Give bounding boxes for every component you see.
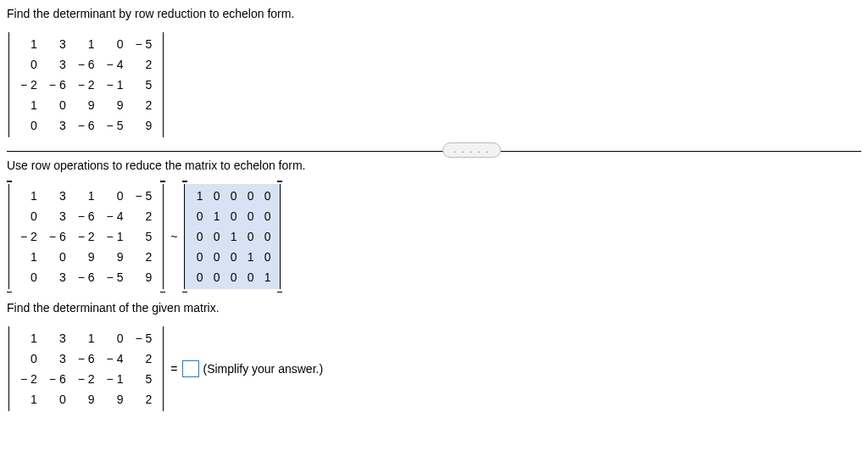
matrix-cell: 5 bbox=[129, 75, 158, 95]
table-row: 10992 bbox=[14, 389, 158, 410]
expand-pill[interactable]: . . . . . bbox=[442, 142, 501, 158]
matrix-cell: 9 bbox=[72, 247, 101, 267]
matrix-cell: 0 bbox=[43, 389, 72, 410]
matrix-cell: 1 bbox=[14, 34, 43, 54]
matrix-cell: 3 bbox=[43, 34, 72, 54]
matrix-cell: 1 bbox=[258, 267, 275, 287]
matrix-cell: 0 bbox=[241, 206, 258, 226]
matrix-cell: 0 bbox=[241, 267, 258, 287]
matrix-cell: − 5 bbox=[129, 186, 158, 206]
matrix-cell: − 4 bbox=[101, 206, 130, 226]
matrix-cell: 0 bbox=[207, 247, 224, 267]
table-row: 10000 bbox=[190, 186, 275, 206]
matrix-cell: − 6 bbox=[72, 54, 101, 75]
matrix-cell: − 2 bbox=[72, 75, 101, 95]
matrix-cell: 0 bbox=[101, 34, 130, 54]
matrix-cell: − 4 bbox=[101, 348, 130, 369]
matrix-cell: 9 bbox=[72, 95, 101, 115]
matrix-cell: 5 bbox=[129, 226, 158, 247]
table-row: − 2− 6− 2− 15 bbox=[14, 226, 158, 247]
matrix-cell: 0 bbox=[207, 186, 224, 206]
matrix-cell: 1 bbox=[241, 247, 258, 267]
matrix-cell: 2 bbox=[129, 206, 158, 226]
matrix-cell: 1 bbox=[224, 226, 241, 247]
matrix-cell: − 6 bbox=[43, 369, 72, 389]
table-row: 1310− 5 bbox=[14, 34, 158, 54]
answer-hint: (Simplify your answer.) bbox=[203, 362, 323, 376]
matrix-cell: 1 bbox=[14, 95, 43, 115]
table-row: − 2− 6− 2− 15 bbox=[14, 75, 158, 95]
equals-sign: = bbox=[165, 362, 182, 376]
table-row: 01000 bbox=[190, 206, 275, 226]
matrix-cell: − 5 bbox=[129, 34, 158, 54]
tilde: ~ bbox=[165, 230, 182, 243]
matrix-cell: 3 bbox=[43, 54, 72, 75]
matrix-cell: 0 bbox=[258, 186, 275, 206]
matrix-cell: 0 bbox=[241, 226, 258, 247]
matrix-cell: − 6 bbox=[72, 115, 101, 136]
matrix-cell: − 2 bbox=[14, 369, 43, 389]
matrix-cell: 0 bbox=[43, 247, 72, 267]
det-matrix-B: 1310− 503− 6− 42− 2− 6− 2− 1510992 bbox=[8, 326, 164, 411]
matrix-cell: 2 bbox=[129, 348, 158, 369]
matrix-cell: 3 bbox=[43, 328, 72, 348]
matrix-cell: 9 bbox=[72, 389, 101, 410]
table-row: 00100 bbox=[190, 226, 275, 247]
matrix-cell: − 2 bbox=[72, 226, 101, 247]
matrix-cell: 1 bbox=[14, 186, 43, 206]
matrix-cell: 0 bbox=[207, 267, 224, 287]
matrix-cell: 1 bbox=[72, 34, 101, 54]
matrix-cell: 0 bbox=[14, 115, 43, 136]
matrix-cell: − 6 bbox=[72, 206, 101, 226]
table-row: 03− 6− 59 bbox=[14, 115, 158, 136]
table-row: 03− 6− 42 bbox=[14, 206, 158, 226]
matrix-cell: 9 bbox=[129, 115, 158, 136]
table-row: 00010 bbox=[190, 247, 275, 267]
matrix-cell: 1 bbox=[14, 247, 43, 267]
table-row: 1310− 5 bbox=[14, 186, 158, 206]
reduce-lhs-matrix: 1310− 503− 6− 42− 2− 6− 2− 151099203− 6−… bbox=[8, 184, 164, 289]
matrix-cell: 0 bbox=[224, 267, 241, 287]
det-matrix-A: 1310− 503− 6− 42− 2− 6− 2− 151099203− 6−… bbox=[8, 32, 164, 137]
matrix-cell: − 6 bbox=[72, 348, 101, 369]
matrix-cell: 0 bbox=[190, 267, 207, 287]
matrix-cell: 0 bbox=[207, 226, 224, 247]
matrix-cell: 0 bbox=[14, 206, 43, 226]
matrix-cell: 0 bbox=[224, 206, 241, 226]
matrix-cell: 1 bbox=[72, 186, 101, 206]
matrix-cell: 9 bbox=[101, 389, 130, 410]
matrix-cell: 0 bbox=[14, 54, 43, 75]
answer-input[interactable] bbox=[182, 360, 199, 377]
step1-text: Use row operations to reduce the matrix … bbox=[7, 159, 861, 172]
matrix-cell: − 4 bbox=[101, 54, 130, 75]
matrix-cell: 0 bbox=[224, 247, 241, 267]
matrix-cell: 2 bbox=[129, 54, 158, 75]
matrix-cell: 3 bbox=[43, 206, 72, 226]
matrix-cell: 1 bbox=[207, 206, 224, 226]
question-title: Find the determinant by row reduction to… bbox=[7, 7, 861, 20]
table-row: 03− 6− 59 bbox=[14, 267, 158, 287]
matrix-cell: 3 bbox=[43, 186, 72, 206]
matrix-cell: − 5 bbox=[101, 115, 130, 136]
reduce-rhs-matrix[interactable]: 1000001000001000001000001 bbox=[184, 184, 281, 289]
matrix-cell: − 5 bbox=[129, 328, 158, 348]
matrix-cell: 1 bbox=[14, 328, 43, 348]
matrix-cell: 2 bbox=[129, 247, 158, 267]
table-row: 03− 6− 42 bbox=[14, 54, 158, 75]
matrix-cell: − 1 bbox=[101, 369, 130, 389]
matrix-cell: 0 bbox=[101, 328, 130, 348]
table-row: 10992 bbox=[14, 95, 158, 115]
matrix-cell: 3 bbox=[43, 115, 72, 136]
table-row: 00001 bbox=[190, 267, 275, 287]
matrix-cell: 1 bbox=[72, 328, 101, 348]
matrix-cell: 9 bbox=[129, 267, 158, 287]
matrix-cell: 0 bbox=[190, 206, 207, 226]
matrix-cell: − 1 bbox=[101, 226, 130, 247]
matrix-cell: 5 bbox=[129, 369, 158, 389]
matrix-cell: − 6 bbox=[72, 267, 101, 287]
matrix-cell: 0 bbox=[258, 206, 275, 226]
matrix-cell: 0 bbox=[43, 95, 72, 115]
matrix-cell: 1 bbox=[14, 389, 43, 410]
matrix-cell: − 2 bbox=[14, 75, 43, 95]
matrix-cell: − 5 bbox=[101, 267, 130, 287]
